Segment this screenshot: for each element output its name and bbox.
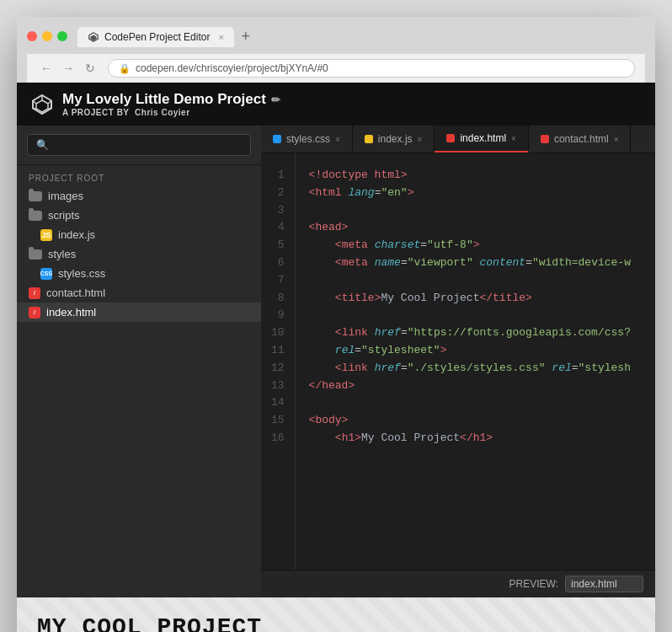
file-index-js[interactable]: JS index.js (17, 225, 261, 244)
preview-bar: PREVIEW: index.html contact.html (261, 570, 655, 597)
js-badge: JS (40, 229, 52, 241)
tab-index-html[interactable]: index.html × (435, 126, 529, 153)
close-button[interactable] (27, 31, 37, 41)
app-logo-icon (30, 93, 54, 116)
folder-images[interactable]: images (17, 186, 261, 206)
code-line-16: <h1>My Cool Project</h1> (309, 430, 642, 447)
editor-area: styles.css × index.js × index.html × (261, 126, 655, 597)
browser-tabs: CodePen Project Editor × + (77, 25, 645, 47)
preview-label: PREVIEW: (509, 578, 558, 590)
css-badge: CSS (40, 268, 52, 280)
codepen-favicon (88, 31, 99, 43)
app-title-row: My Lovely Little Demo Project ✏ (62, 91, 280, 108)
code-line-12: <link href="./styles/styles.css" rel="st… (309, 360, 642, 378)
code-line-13: </head> (309, 378, 642, 395)
nav-buttons: ← → ↻ (37, 59, 99, 78)
folder-images-label: images (48, 190, 83, 202)
css-tab-badge (273, 135, 281, 143)
svg-marker-3 (36, 100, 48, 112)
tab-index-html-label: index.html (460, 132, 506, 144)
folder-styles[interactable]: styles (17, 244, 261, 264)
browser-chrome: CodePen Project Editor × + ← → ↻ 🔒 codep… (17, 17, 655, 83)
code-content[interactable]: <!doctype html> <html lang="en"> <head> … (296, 153, 655, 570)
preview-heading: MY COOL PROJECT (37, 614, 635, 632)
app-title-area: My Lovely Little Demo Project ✏ A PROJEC… (62, 91, 280, 117)
search-box[interactable]: 🔍 (27, 134, 251, 156)
refresh-button[interactable]: ↻ (81, 59, 99, 78)
browser-titlebar: CodePen Project Editor × + (27, 25, 645, 47)
file-contact-html[interactable]: / contact.html (17, 283, 261, 303)
html-tab-badge-contact (541, 135, 549, 143)
html-tab-badge (446, 134, 455, 142)
code-line-15: <body> (309, 412, 642, 430)
code-line-11: rel="stylesheet"> (309, 342, 642, 360)
line-numbers: 1234 5678 9101112 13141516 (261, 153, 296, 570)
tab-styles-css[interactable]: styles.css × (261, 126, 353, 153)
tab-index-js[interactable]: index.js × (353, 126, 435, 153)
app: My Lovely Little Demo Project ✏ A PROJEC… (17, 83, 655, 632)
file-styles-css[interactable]: CSS styles.css (17, 264, 261, 283)
tab-index-js-label: index.js (378, 133, 413, 145)
tab-contact-html[interactable]: contact.html × (529, 126, 632, 153)
new-tab-button[interactable]: + (234, 25, 258, 47)
project-root-label: PROJECT ROOT (17, 165, 261, 186)
app-body: 🔍 PROJECT ROOT images scripts JS (17, 126, 655, 597)
maximize-button[interactable] (57, 31, 67, 41)
svg-line-8 (48, 108, 51, 109)
code-line-6: <meta name="viewport" content="width=dev… (309, 254, 642, 272)
browser-tab-label: CodePen Project Editor (104, 31, 210, 43)
forward-button[interactable]: → (59, 59, 77, 78)
file-tree: images scripts JS index.js styles (17, 186, 261, 597)
file-index-js-label: index.js (58, 228, 95, 241)
file-index-html-label: index.html (46, 306, 96, 319)
address-bar[interactable]: 🔒 codepen.dev/chriscoyier/project/bjXYnA… (108, 59, 635, 78)
code-line-4: <head> (309, 219, 642, 237)
lock-icon: 🔒 (119, 63, 131, 74)
code-line-2: <html lang="en"> (309, 185, 642, 202)
folder-icon (29, 191, 42, 201)
js-tab-badge (365, 135, 373, 143)
browser-addressbar: ← → ↻ 🔒 codepen.dev/chriscoyier/project/… (27, 54, 645, 83)
file-index-html[interactable]: / index.html (17, 303, 261, 322)
app-header: My Lovely Little Demo Project ✏ A PROJEC… (17, 83, 655, 126)
app-project-title: My Lovely Little Demo Project (62, 91, 266, 108)
code-line-9 (309, 307, 642, 324)
file-contact-html-label: contact.html (46, 287, 105, 299)
url-text: codepen.dev/chriscoyier/project/bjXYnA/#… (136, 62, 328, 74)
sidebar: 🔍 PROJECT ROOT images scripts JS (17, 126, 261, 597)
folder-scripts[interactable]: scripts (17, 206, 261, 225)
minimize-button[interactable] (42, 31, 52, 41)
preview-file-select[interactable]: index.html contact.html (565, 576, 643, 592)
tab-close-contacthtml[interactable]: × (614, 135, 619, 144)
code-line-8: <title>My Cool Project</title> (309, 290, 642, 308)
svg-line-9 (33, 108, 36, 109)
browser-tab-active[interactable]: CodePen Project Editor × (77, 27, 234, 47)
code-line-7 (309, 272, 642, 290)
code-line-1: <!doctype html> (309, 167, 642, 185)
browser-tab-close[interactable]: × (218, 32, 223, 42)
code-line-3 (309, 202, 642, 220)
tab-close-indexjs[interactable]: × (418, 135, 423, 144)
search-icon: 🔍 (36, 139, 49, 151)
author-name: Chris Coyier (135, 108, 189, 117)
folder-icon (29, 211, 42, 221)
sidebar-search: 🔍 (17, 126, 261, 165)
editor-tabs: styles.css × index.js × index.html × (261, 126, 655, 153)
traffic-lights (27, 31, 67, 41)
code-line-5: <meta charset="utf-8"> (309, 237, 642, 254)
preview-pane: MY COOL PROJECT (17, 597, 655, 632)
folder-scripts-label: scripts (48, 209, 80, 222)
code-line-14 (309, 394, 642, 412)
back-button[interactable]: ← (37, 59, 56, 78)
tab-contact-html-label: contact.html (554, 133, 609, 145)
tab-close-indexhtml[interactable]: × (511, 134, 516, 143)
tab-close-styles[interactable]: × (335, 135, 340, 144)
folder-styles-label: styles (48, 248, 76, 260)
tab-styles-css-label: styles.css (286, 133, 330, 145)
html-badge-contact: / (29, 287, 40, 299)
folder-icon (29, 249, 42, 260)
code-line-10: <link href="https://fonts.googleapis.com… (309, 324, 642, 342)
edit-title-icon[interactable]: ✏ (271, 94, 280, 106)
file-styles-css-label: styles.css (58, 267, 105, 280)
code-editor[interactable]: 1234 5678 9101112 13141516 <!doctype htm… (261, 153, 655, 570)
